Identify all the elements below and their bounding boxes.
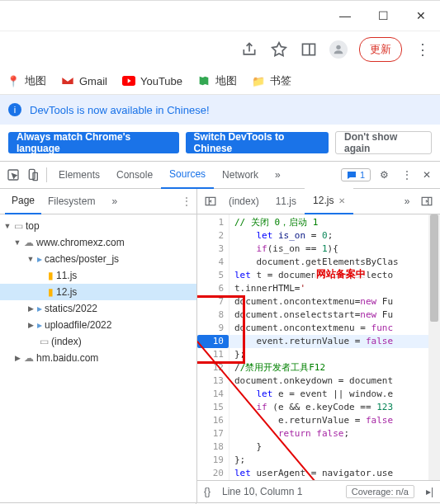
line-gutter[interactable]: 123456789101112131415161718192021 xyxy=(197,214,229,480)
tree-label: top xyxy=(26,220,40,232)
tab-elements[interactable]: Elements xyxy=(50,162,108,188)
bookmark-item[interactable]: 地图 xyxy=(197,73,237,88)
menu-icon[interactable]: ⋮ xyxy=(414,40,432,59)
tab-filesystem[interactable]: Filesystem xyxy=(41,189,102,214)
match-language-button[interactable]: Always match Chrome's language xyxy=(8,132,179,153)
divider xyxy=(46,167,47,182)
tab-console[interactable]: Console xyxy=(108,162,161,188)
bookmark-label: 书签 xyxy=(270,73,291,88)
tree-folder[interactable]: ▼▸caches/poster_js xyxy=(0,251,196,267)
bookmark-item[interactable]: Gmail xyxy=(61,74,107,87)
bookmark-label: Gmail xyxy=(79,75,107,87)
bookmark-label: YouTube xyxy=(140,75,182,87)
messages-badge[interactable]: 1 xyxy=(341,168,371,181)
editor-status-bar: {} Line 10, Column 1 Coverage: n/a ▸| xyxy=(197,480,440,502)
editor-tab-index[interactable]: (index) xyxy=(220,189,267,214)
tab-page[interactable]: Page xyxy=(5,188,41,214)
bookmark-item[interactable]: YouTube xyxy=(122,74,182,87)
device-icon[interactable] xyxy=(23,165,43,185)
navigator-pane: Page Filesystem » ⋮ ▼▭top ▼☁www.chromexz… xyxy=(0,189,197,502)
tree-label: uploadfile/2022 xyxy=(45,319,111,331)
tree-domain[interactable]: ▼☁www.chromexz.com xyxy=(0,234,196,251)
devtools-tabs: Elements Console Sources Network » 1 ⚙ ⋮… xyxy=(0,162,440,189)
editor-tab-12[interactable]: 12.js✕ xyxy=(305,188,353,214)
annotation-label: 网站备案中 xyxy=(315,267,367,281)
settings-icon[interactable]: ⚙ xyxy=(374,165,394,185)
code-editor[interactable]: 123456789101112131415161718192021 // 关闭 … xyxy=(197,214,440,480)
bookmark-item[interactable]: 📍地图 xyxy=(7,73,46,88)
svg-point-2 xyxy=(336,45,340,49)
close-button[interactable]: ✕ xyxy=(402,1,440,31)
gmail-icon xyxy=(61,74,74,87)
tab-more[interactable]: » xyxy=(267,162,289,188)
dont-show-button[interactable]: Don't show again xyxy=(335,131,432,154)
tree-folder[interactable]: ▶▸uploadfile/2022 xyxy=(0,317,196,333)
editor-tab-label: 12.js xyxy=(313,195,334,206)
messages-count: 1 xyxy=(360,170,365,180)
scrollbar[interactable] xyxy=(428,214,440,480)
toggle-debugger-icon[interactable] xyxy=(417,191,437,211)
toggle-navigator-icon[interactable] xyxy=(201,191,220,211)
tree-label: hm.baidu.com xyxy=(36,352,98,364)
side-panel-icon[interactable] xyxy=(300,40,318,59)
profile-avatar[interactable] xyxy=(329,40,348,59)
editor-pane: (index) 11.js 12.js✕ » 12345678910111213… xyxy=(197,189,440,502)
scrollbar-thumb[interactable] xyxy=(430,214,438,322)
tree-label: 12.js xyxy=(56,286,77,298)
navigator-tabs: Page Filesystem » ⋮ xyxy=(0,189,196,214)
tree-label: caches/poster_js xyxy=(45,253,119,265)
maximize-button[interactable]: ☐ xyxy=(364,1,402,31)
update-button[interactable]: 更新 xyxy=(359,37,402,62)
show-debugger-icon[interactable]: ▸| xyxy=(426,486,433,497)
info-icon: i xyxy=(8,103,21,116)
editor-tabs: (index) 11.js 12.js✕ » xyxy=(197,189,440,214)
switch-chinese-button[interactable]: Switch DevTools to Chinese xyxy=(186,132,329,153)
sources-panel: Page Filesystem » ⋮ ▼▭top ▼☁www.chromexz… xyxy=(0,189,440,502)
devtools-close-icon[interactable]: ✕ xyxy=(417,165,437,185)
tab-nav-more[interactable]: » xyxy=(105,189,124,214)
window-titlebar: — ☐ ✕ xyxy=(0,1,440,31)
bookmarks-bar: 📍地图 Gmail YouTube 地图 📁书签 xyxy=(0,68,440,95)
map-icon: 📍 xyxy=(7,74,20,87)
tree-label: (index) xyxy=(51,336,82,347)
code-area[interactable]: // 关闭 0，启动 1 let is_on = 0; if(is_on == … xyxy=(229,214,440,480)
minimize-button[interactable]: — xyxy=(326,1,364,31)
tree-label: www.chromexz.com xyxy=(36,237,125,248)
coverage-badge[interactable]: Coverage: n/a xyxy=(346,485,414,498)
tree-domain[interactable]: ▶☁hm.baidu.com xyxy=(0,350,196,366)
svg-rect-5 xyxy=(29,169,35,179)
tree-index[interactable]: ▭(index) xyxy=(0,333,196,350)
file-tree: ▼▭top ▼☁www.chromexz.com ▼▸caches/poster… xyxy=(0,214,196,502)
tree-label: statics/2022 xyxy=(45,303,97,314)
gmap-icon xyxy=(197,74,211,87)
notification-text: DevTools is now available in Chinese! xyxy=(30,104,210,116)
share-icon[interactable] xyxy=(240,40,258,59)
folder-icon: 📁 xyxy=(252,74,265,87)
bookmark-item[interactable]: 📁书签 xyxy=(252,73,291,88)
editor-tab-11[interactable]: 11.js xyxy=(267,189,305,214)
bookmark-label: 地图 xyxy=(215,73,237,88)
navigator-menu-icon[interactable]: ⋮ xyxy=(182,195,192,207)
editor-more-icon[interactable]: » xyxy=(397,191,417,211)
tab-sources[interactable]: Sources xyxy=(161,161,214,189)
kebab-icon[interactable]: ⋮ xyxy=(397,165,417,185)
browser-toolbar: 更新 ⋮ xyxy=(0,31,440,68)
cursor-position: Line 10, Column 1 xyxy=(222,486,302,497)
tree-label: 11.js xyxy=(56,270,77,281)
tab-network[interactable]: Network xyxy=(214,162,267,188)
tree-folder[interactable]: ▶▸statics/2022 xyxy=(0,300,196,317)
inspect-icon[interactable] xyxy=(3,165,23,185)
notification-actions: Always match Chrome's language Switch De… xyxy=(0,125,440,162)
star-icon[interactable] xyxy=(270,40,288,59)
format-icon[interactable]: {} xyxy=(204,486,211,497)
youtube-icon xyxy=(122,74,135,87)
bookmark-label: 地图 xyxy=(25,73,46,88)
tree-top[interactable]: ▼▭top xyxy=(0,218,196,234)
devtools-notification: i DevTools is now available in Chinese! xyxy=(0,95,440,125)
tab-close-icon[interactable]: ✕ xyxy=(338,196,345,205)
tree-file-selected[interactable]: ▮12.js xyxy=(0,284,196,300)
tree-file[interactable]: ▮11.js xyxy=(0,267,196,284)
